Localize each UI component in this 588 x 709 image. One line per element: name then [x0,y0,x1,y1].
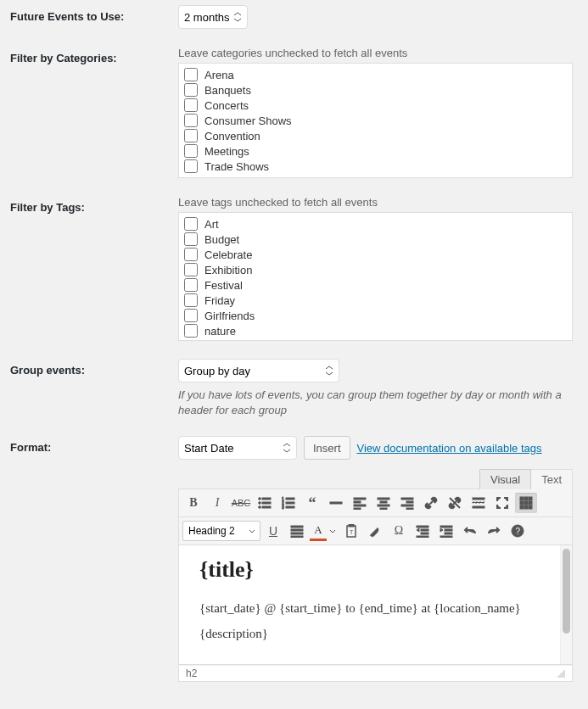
group-events-select[interactable]: Group by day [178,359,339,382]
filter-categories-label: Filter by Categories: [0,42,178,191]
category-label: Banquets [204,84,251,97]
read-more-icon[interactable] [468,493,490,513]
category-checkbox[interactable] [184,144,198,158]
category-checkbox-row[interactable]: Concerts [184,98,567,113]
insert-button[interactable]: Insert [304,436,350,460]
category-checkbox-row[interactable]: Trade Shows [184,159,567,174]
svg-rect-22 [406,501,413,503]
category-checkbox-row[interactable]: Convention [184,128,567,143]
category-checkbox[interactable] [184,98,198,112]
category-checkbox[interactable] [184,114,198,127]
tag-checkbox-row[interactable]: Friday [184,293,567,308]
tags-panel[interactable]: Art Budget Celebrate Exhibition Festival… [178,212,573,341]
category-checkbox[interactable] [184,129,198,142]
svg-rect-37 [529,505,532,509]
tag-checkbox-row[interactable]: nature [184,323,567,338]
redo-icon[interactable] [483,521,505,541]
chevron-down-icon[interactable] [327,521,339,541]
editor-scrollbar[interactable] [560,545,572,664]
category-checkbox[interactable] [184,68,198,81]
svg-rect-24 [406,508,413,510]
align-right-icon[interactable] [396,493,418,513]
scrollbar-thumb[interactable] [563,549,570,634]
svg-text:3: 3 [282,505,284,510]
tag-label: Budget [204,233,239,246]
tab-text[interactable]: Text [531,469,573,489]
tag-checkbox-row[interactable]: Festival [184,277,567,293]
bulleted-list-icon[interactable] [254,493,276,513]
heading-select[interactable]: Heading 2 [182,521,260,541]
tag-label: nature [204,325,236,338]
tag-label: Friday [204,294,235,307]
category-checkbox-row[interactable]: Meetings [184,143,567,159]
bold-icon[interactable]: B [182,493,204,513]
svg-rect-48 [417,536,428,538]
tag-checkbox-row[interactable]: Girlfriends [184,308,567,323]
format-tag-select[interactable]: Start Date [178,436,297,460]
category-checkbox-row[interactable]: Arena [184,67,567,82]
align-left-icon[interactable] [349,493,371,513]
tab-visual[interactable]: Visual [479,469,531,489]
format-label: Format: [0,431,178,695]
svg-rect-38 [291,526,303,528]
tag-checkbox-row[interactable]: Art [184,216,567,232]
unlink-icon[interactable] [444,493,466,513]
resize-handle-icon[interactable] [557,669,565,678]
tag-checkbox[interactable] [184,324,198,338]
tag-checkbox-row[interactable]: Celebrate [184,247,567,262]
svg-rect-16 [354,508,361,510]
svg-rect-12 [330,502,342,504]
svg-rect-39 [291,529,303,531]
help-icon[interactable]: ? [507,521,529,541]
underline-icon[interactable]: U [262,521,284,541]
tag-checkbox-row[interactable]: Exhibition [184,262,567,277]
tag-label: Exhibition [204,264,252,276]
svg-rect-36 [524,505,528,509]
category-checkbox[interactable] [184,159,198,173]
paste-text-icon[interactable]: T [340,521,362,541]
align-justify-icon[interactable] [286,521,308,541]
clear-formatting-icon[interactable] [364,521,386,541]
tag-checkbox[interactable] [184,217,198,231]
indent-icon[interactable] [435,521,457,541]
italic-icon[interactable]: I [206,493,228,513]
category-label: Concerts [204,99,249,112]
svg-rect-3 [262,502,271,504]
blockquote-icon[interactable]: “ [301,493,323,513]
svg-point-4 [259,506,261,509]
svg-rect-7 [286,498,294,500]
svg-rect-33 [524,501,528,505]
documentation-link[interactable]: View documentation on available tags [357,442,542,455]
tag-checkbox[interactable] [184,278,198,292]
future-events-select[interactable]: 2 months [178,5,248,29]
link-icon[interactable] [420,493,442,513]
outdent-icon[interactable] [412,521,434,541]
category-checkbox-row[interactable]: Banquets [184,82,567,98]
numbered-list-icon[interactable]: 123 [277,493,300,513]
svg-rect-15 [354,505,366,506]
tag-checkbox[interactable] [184,309,198,322]
tag-checkbox[interactable] [184,232,198,246]
tag-checkbox[interactable] [184,293,198,307]
strikethrough-icon[interactable]: ABC [230,493,252,513]
horizontal-rule-icon[interactable] [325,493,347,513]
tag-checkbox[interactable] [184,248,198,261]
editor-line2: {description} [199,623,540,644]
editor-content[interactable]: {title} {start_date} @ {start_time} to {… [179,545,560,664]
category-checkbox-row[interactable]: Consumer Shows [184,113,567,128]
svg-rect-19 [378,505,389,506]
filter-tags-label: Filter by Tags: [0,191,178,354]
toolbar-toggle-icon[interactable] [515,493,537,513]
undo-icon[interactable] [459,521,481,541]
svg-rect-17 [378,498,389,500]
text-color-picker[interactable]: A [310,521,339,541]
tag-checkbox[interactable] [184,263,198,276]
editor-title-placeholder: {title} [199,557,540,583]
align-center-icon[interactable] [372,493,395,513]
svg-rect-52 [440,536,452,538]
category-checkbox[interactable] [184,83,198,97]
special-character-icon[interactable]: Ω [388,521,410,541]
tag-checkbox-row[interactable]: Budget [184,232,567,247]
fullscreen-icon[interactable] [491,493,513,513]
future-events-label: Future Events to Use: [0,0,178,42]
